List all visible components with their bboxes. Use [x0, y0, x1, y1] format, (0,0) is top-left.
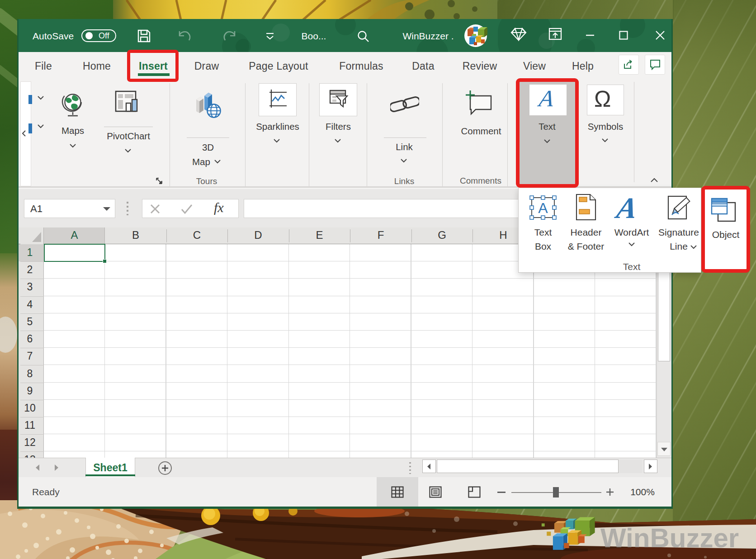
svg-text:A: A — [538, 200, 548, 216]
svg-text:WinBuzzer: WinBuzzer — [600, 523, 739, 553]
